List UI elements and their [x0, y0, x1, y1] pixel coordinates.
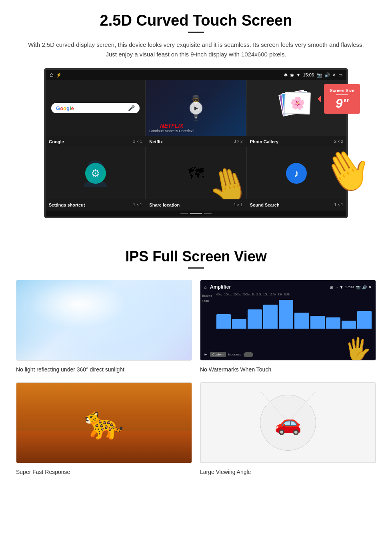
- section2-title: IPS Full Screen View: [16, 248, 376, 265]
- share-location-cell[interactable]: 🗺 🤚: [146, 147, 246, 199]
- cheetah-image: 🐆: [16, 382, 192, 463]
- sound-label-cell: Sound Search 1 × 1: [247, 201, 346, 209]
- sound-size: 1 × 1: [334, 203, 343, 207]
- car-image: 🚗: [200, 382, 376, 463]
- section1-description: With 2.5D curved-display screen, this de…: [24, 40, 368, 59]
- amp-close-icon: ✕: [368, 285, 372, 289]
- amp-cam-icon: 📷: [356, 285, 360, 289]
- eq-bar-4: [263, 297, 278, 329]
- amp-grid-icon: ⊞: [330, 285, 333, 289]
- amp-custom-btn[interactable]: Custom: [210, 352, 226, 357]
- app-labels-top: Google 3 × 1 Netflix 3 × 2 Photo Gallery…: [46, 136, 346, 147]
- volume-icon: 🔊: [324, 72, 330, 78]
- amp-toggle[interactable]: [244, 352, 253, 357]
- amp-status-icons: ⊞ ··· ▼ 17:33 📷 🔊 ✕: [330, 285, 372, 289]
- freq-12_5k: 12.5k: [269, 293, 276, 296]
- amp-vol-icon: 🔊: [362, 285, 367, 289]
- title-underline: [188, 32, 204, 33]
- music-icon-wrap: ♪: [286, 163, 307, 184]
- svg-line-1: [288, 391, 316, 423]
- photo-label-cell: Photo Gallery 2 × 2: [247, 138, 346, 146]
- music-note-icon: ♪: [294, 167, 299, 180]
- sunlight-caption: No light reflecting under 360° direct su…: [16, 365, 192, 374]
- car-caption: Large Viewing Angle: [200, 467, 376, 477]
- settings-label: Settings shortcut: [49, 203, 85, 207]
- freq-1k: 1k: [252, 293, 254, 296]
- google-label: Google: [49, 139, 64, 144]
- bottom-nav: [46, 211, 346, 217]
- freq-10k: 10k: [263, 293, 268, 296]
- freq-2_5k: 2.5k: [256, 293, 262, 296]
- amp-loudness: loudness: [228, 353, 241, 356]
- photo-size: 2 × 2: [334, 139, 343, 144]
- section-divider: [24, 236, 368, 236]
- sunlight-visual: [16, 280, 192, 360]
- eq-bar-1: [216, 297, 231, 329]
- car-visual: 🚗: [200, 383, 376, 463]
- svg-line-0: [260, 391, 288, 423]
- cheetah-icon: 🐆: [84, 404, 124, 442]
- amp-dot-icon: ···: [334, 285, 338, 289]
- amplifier-visual: ⌂ Amplifier ⊞ ··· ▼ 17:33 📷 🔊 ✕: [200, 280, 376, 360]
- camera-icon: 📷: [316, 72, 322, 78]
- sunlight-gradient: [16, 280, 192, 360]
- share-label-cell: Share location 1 × 1: [146, 201, 246, 209]
- window-icon: ▭: [338, 72, 342, 78]
- location-icon: ◉: [290, 72, 294, 78]
- section2-underline: [188, 267, 204, 269]
- freq-100hz: 100hz: [224, 293, 232, 296]
- netflix-logo: NETFLIX: [149, 122, 194, 129]
- feature-sunlight: No light reflecting under 360° direct su…: [16, 280, 192, 374]
- amp-header: ⌂ Amplifier ⊞ ··· ▼ 17:33 📷 🔊 ✕: [204, 284, 372, 290]
- netflix-size: 3 × 2: [234, 139, 243, 144]
- badge-label: Screen Size: [330, 88, 354, 93]
- eq-bar-5: [279, 297, 293, 329]
- bluetooth-icon: ✱: [284, 72, 288, 78]
- eq-bar-8: [326, 297, 340, 329]
- google-app-cell[interactable]: Google 🎤: [46, 80, 145, 136]
- amp-home-icon: ⌂: [204, 285, 207, 289]
- device-screen: ⌂ ⚡ ✱ ◉ ▼ 15:06 📷 🔊 ✕ ▭: [44, 68, 348, 218]
- eq-bar-2: [232, 297, 246, 329]
- freq-200hz: 200hz: [233, 293, 241, 296]
- photo-label: Photo Gallery: [250, 139, 279, 144]
- view-angle-svg: [248, 383, 328, 463]
- amp-eq-bars: [204, 297, 372, 329]
- app-labels-bottom: Settings shortcut 1 × 1 Share location 1…: [46, 199, 346, 211]
- cheetah-caption: Super Fast Response: [16, 467, 192, 477]
- netflix-play-button[interactable]: [190, 102, 202, 114]
- share-label: Share location: [149, 203, 180, 207]
- nav-dot-3: [204, 213, 212, 214]
- feature-car: 🚗 Large Viewing Angle: [200, 382, 376, 477]
- netflix-label-cell: Netflix 3 × 2: [146, 138, 246, 146]
- device-mockup: ⌂ ⚡ ✱ ◉ ▼ 15:06 📷 🔊 ✕ ▭: [44, 68, 348, 218]
- settings-bg-people-icon: 👤: [80, 159, 110, 188]
- wifi-icon: ▼: [296, 72, 301, 77]
- car-wrap: 🚗: [260, 395, 316, 451]
- photo-stack: 🌸: [276, 90, 316, 126]
- eq-bar-10: [357, 297, 372, 329]
- amp-footer: ⏮ Custom loudness: [204, 352, 253, 357]
- screen-size-badge: Screen Size 9": [324, 84, 360, 114]
- close-icon: ✕: [332, 72, 336, 78]
- freq-500hz: 500hz: [242, 293, 250, 296]
- google-search-bar[interactable]: Google 🎤: [51, 103, 140, 113]
- feature-cheetah: 🐆 Super Fast Response: [16, 382, 192, 477]
- netflix-app-cell[interactable]: NETFLIX Continue Marvel's Daredevil: [146, 80, 246, 136]
- eq-bar-3: [248, 297, 262, 329]
- amp-fader: Fader: [202, 299, 212, 302]
- app-grid-bottom: 👤 ⚙ 🗺 🤚 ♪: [46, 147, 346, 199]
- status-bar: ⌂ ⚡ ✱ ◉ ▼ 15:06 📷 🔊 ✕ ▭: [46, 70, 346, 80]
- eq-bar-9: [342, 297, 356, 329]
- badge-divider: [336, 94, 348, 95]
- photo-card-3: 🌸: [284, 92, 311, 114]
- eq-bar-7: [310, 297, 325, 329]
- hand-pointing-icon: 🤚: [203, 161, 246, 199]
- settings-size: 1 × 1: [133, 203, 142, 207]
- freq-sub: SUB: [284, 293, 290, 296]
- settings-app-cell[interactable]: 👤 ⚙: [46, 147, 145, 199]
- amp-hand-icon: 🖐: [344, 336, 372, 360]
- mic-icon: 🎤: [128, 105, 135, 111]
- amp-side-labels: Balance Fader: [202, 294, 212, 302]
- nav-dot-1: [180, 213, 188, 214]
